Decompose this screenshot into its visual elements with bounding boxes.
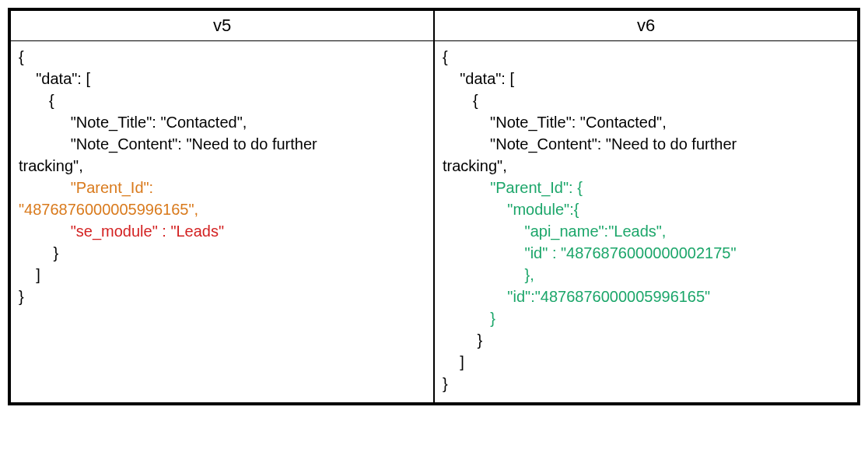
code-parent-id-val: "4876876000005996165",: [19, 201, 198, 218]
code-line: "Note_Title": "Contacted",: [443, 114, 667, 131]
code-line: {: [19, 92, 54, 109]
code-indent: [19, 223, 71, 240]
code-line: "Note_Content": "Need to do further: [19, 135, 317, 153]
code-api-name: "api_name":"Leads",: [525, 223, 667, 240]
code-indent: [443, 266, 525, 283]
code-line: "data": [: [19, 70, 90, 87]
header-v6: v6: [434, 10, 858, 41]
code-line: ]: [19, 266, 40, 283]
code-line: "Note_Title": "Contacted",: [19, 114, 247, 131]
code-indent: [443, 201, 507, 218]
code-line: tracking",: [19, 157, 83, 174]
code-indent: [443, 310, 490, 327]
code-indent: [443, 179, 490, 196]
body-row: { "data": [ { "Note_Title": "Contacted",…: [10, 41, 858, 403]
code-outer-id: "id":"4876876000005996165": [507, 288, 710, 305]
code-line: }: [19, 288, 24, 305]
code-indent: [19, 179, 71, 196]
comparison-table: v5 v6 { "data": [ { "Note_Title": "Conta…: [8, 8, 860, 405]
code-parent-id-close: }: [490, 310, 495, 327]
header-row: v5 v6: [10, 10, 858, 41]
code-module-open: "module":{: [507, 201, 579, 218]
code-indent: [443, 288, 507, 305]
header-v5: v5: [10, 10, 434, 41]
code-module-close: },: [525, 266, 534, 283]
code-parent-id-key: "Parent_Id":: [71, 179, 153, 196]
code-line: }: [443, 375, 448, 392]
code-line: {: [443, 48, 448, 65]
code-se-module: "se_module" : "Leads": [71, 223, 224, 240]
code-line: ]: [443, 353, 464, 370]
code-module-id: "id" : "4876876000000002175": [525, 244, 737, 261]
code-parent-id-open: "Parent_Id": {: [490, 179, 583, 196]
code-line: {: [443, 92, 478, 109]
code-indent: [443, 223, 525, 240]
code-line: }: [19, 244, 58, 261]
code-line: {: [19, 48, 24, 65]
code-line: "data": [: [443, 70, 514, 87]
v5-cell: { "data": [ { "Note_Title": "Contacted",…: [10, 41, 434, 403]
code-line: "Note_Content": "Need to do further: [443, 135, 737, 153]
v6-cell: { "data": [ { "Note_Title": "Contacted",…: [434, 41, 858, 403]
code-line: }: [443, 331, 482, 349]
code-line: tracking",: [443, 157, 507, 174]
code-indent: [443, 244, 525, 261]
